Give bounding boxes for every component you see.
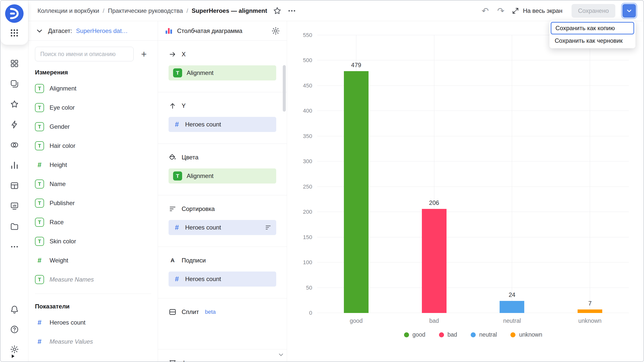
favorite-star-icon[interactable] bbox=[273, 6, 282, 15]
dataset-collapse-chevron-icon[interactable] bbox=[35, 26, 44, 35]
bar-value-label: 206 bbox=[429, 199, 439, 206]
collapse-panel-icon[interactable] bbox=[10, 353, 16, 359]
storage-icon[interactable] bbox=[10, 222, 19, 231]
bar-unknown[interactable]: 7 bbox=[578, 309, 602, 313]
field-label: Race bbox=[50, 219, 64, 226]
field-label: Height bbox=[50, 161, 67, 168]
fullscreen-button[interactable]: На весь экран bbox=[511, 7, 562, 15]
text-type-icon: T bbox=[35, 103, 44, 112]
field-pill-x[interactable]: TAlignment bbox=[169, 65, 276, 80]
field-item-hair-color[interactable]: THair color bbox=[35, 136, 151, 155]
bar-value-label: 24 bbox=[509, 291, 515, 298]
field-item-race[interactable]: TRace bbox=[35, 213, 151, 232]
pill-field-label: Heroes count bbox=[185, 276, 272, 283]
field-pill-y[interactable]: #Heroes count bbox=[169, 117, 276, 132]
scroll-down-chevron-icon[interactable] bbox=[277, 351, 285, 358]
field-item-heroes-count[interactable]: #Heroes count bbox=[35, 313, 151, 332]
menu-item-save-draft[interactable]: Сохранить как черновик bbox=[551, 34, 634, 47]
legend-label: unknown bbox=[519, 331, 542, 338]
plot-area: 050100150200250300350400450500550479good… bbox=[317, 35, 629, 313]
number-type-icon: # bbox=[173, 275, 181, 283]
field-item-publisher[interactable]: TPublisher bbox=[35, 194, 151, 213]
y-tick-label: 350 bbox=[303, 133, 312, 140]
field-item-weight[interactable]: #Weight bbox=[35, 251, 151, 270]
legend-item-good[interactable]: good bbox=[404, 331, 425, 338]
sql-editor-icon[interactable] bbox=[10, 120, 19, 129]
bar-chart-type-icon[interactable] bbox=[165, 27, 173, 35]
field-item-measure-values[interactable]: #Measure Values bbox=[35, 332, 151, 351]
dataset-panel-body: + Измерения TAlignmentTEye colorTGenderT… bbox=[28, 41, 158, 361]
gear-icon[interactable] bbox=[10, 345, 19, 354]
breadcrumb-guides[interactable]: Практические руководства bbox=[108, 7, 183, 14]
field-label: Weight bbox=[50, 257, 68, 264]
field-pill-sort[interactable]: #Heroes count bbox=[169, 220, 276, 235]
help-icon[interactable] bbox=[10, 325, 19, 334]
legend-item-unknown[interactable]: unknown bbox=[510, 331, 542, 338]
section-label: Y bbox=[182, 102, 186, 109]
datalens-logo[interactable] bbox=[4, 4, 24, 24]
y-tick-label: 150 bbox=[303, 234, 312, 241]
charts-icon[interactable] bbox=[10, 161, 19, 170]
field-item-name[interactable]: TName bbox=[35, 174, 151, 194]
arrow-right-icon bbox=[169, 50, 177, 58]
undo-icon[interactable]: ↶ bbox=[480, 6, 490, 15]
field-item-alignment[interactable]: TAlignment bbox=[35, 79, 151, 98]
breadcrumb-collections[interactable]: Коллекции и воркбуки bbox=[37, 7, 99, 14]
saved-button[interactable]: Сохранено bbox=[572, 4, 615, 18]
field-item-gender[interactable]: TGender bbox=[35, 117, 151, 136]
legend-item-bad[interactable]: bad bbox=[439, 331, 457, 338]
pill-field-label: Alignment bbox=[187, 69, 272, 76]
field-search-input[interactable] bbox=[35, 47, 134, 61]
y-tick-label: 0 bbox=[309, 310, 312, 316]
breadcrumb-separator: / bbox=[103, 7, 104, 14]
sort-icon[interactable] bbox=[265, 224, 272, 231]
section-label: Подписи bbox=[182, 257, 206, 264]
bell-icon[interactable] bbox=[10, 305, 19, 314]
apps-grid-icon[interactable] bbox=[10, 28, 19, 38]
legend-label: neutral bbox=[479, 331, 497, 338]
dataset-name-link[interactable]: SuperHeroes dat… bbox=[76, 27, 128, 34]
app-window: Коллекции и воркбуки / Практические руко… bbox=[0, 0, 644, 362]
save-menu-button[interactable] bbox=[622, 4, 636, 18]
x-tick-label: neutral bbox=[503, 318, 521, 324]
relations-icon[interactable] bbox=[10, 140, 19, 150]
measures-block: Показатели #Heroes count#Measure Values bbox=[35, 294, 151, 351]
dashboards-icon[interactable] bbox=[10, 59, 19, 68]
add-field-button[interactable]: + bbox=[137, 47, 151, 61]
section-head-split: Сплитbeta bbox=[169, 307, 276, 316]
section-head-labels: AПодписи bbox=[169, 256, 276, 265]
y-tick-label: 100 bbox=[303, 259, 312, 266]
field-pill-labels[interactable]: #Heroes count bbox=[169, 272, 276, 287]
collections-icon[interactable] bbox=[10, 79, 19, 88]
measures-title: Показатели bbox=[35, 303, 151, 310]
text-type-icon: T bbox=[35, 218, 44, 227]
bar-good[interactable]: 479 bbox=[344, 71, 369, 313]
field-item-measure-names[interactable]: TMeasure Names bbox=[35, 270, 151, 289]
field-item-skin-color[interactable]: TSkin color bbox=[35, 232, 151, 251]
legend-item-neutral[interactable]: neutral bbox=[471, 331, 497, 338]
bar-value-label: 479 bbox=[351, 62, 361, 69]
favorites-icon[interactable] bbox=[10, 100, 19, 109]
legend-dot bbox=[510, 332, 515, 337]
bar-value-label: 7 bbox=[588, 300, 591, 307]
field-pill-colors[interactable]: TAlignment bbox=[169, 168, 276, 184]
scrollbar-thumb[interactable] bbox=[283, 65, 286, 112]
monitoring-icon[interactable] bbox=[10, 201, 19, 211]
menu-item-save-copy[interactable]: Сохранить как копию bbox=[551, 22, 634, 34]
section-x: XTAlignment bbox=[158, 41, 287, 92]
more-menu-icon[interactable] bbox=[287, 6, 296, 15]
text-type-icon: T bbox=[173, 171, 182, 180]
breadcrumb: Коллекции и воркбуки / Практические руко… bbox=[37, 7, 267, 14]
chart-config-header: Столбчатая диаграмма bbox=[158, 21, 287, 41]
field-item-eye-color[interactable]: TEye color bbox=[35, 98, 151, 117]
config-sections: XTAlignmentY#Heroes countЦветаTAlignment… bbox=[158, 41, 287, 361]
more-icon[interactable] bbox=[10, 242, 19, 251]
x-tick-label: bad bbox=[429, 318, 439, 324]
datasets-icon[interactable] bbox=[10, 181, 19, 190]
field-item-height[interactable]: #Height bbox=[35, 155, 151, 174]
bar-bad[interactable]: 206 bbox=[422, 209, 447, 313]
redo-icon[interactable]: ↷ bbox=[496, 6, 506, 15]
chart-settings-gear-icon[interactable] bbox=[271, 26, 280, 35]
bar-neutral[interactable]: 24 bbox=[500, 301, 524, 313]
arrow-up-icon bbox=[169, 102, 177, 110]
